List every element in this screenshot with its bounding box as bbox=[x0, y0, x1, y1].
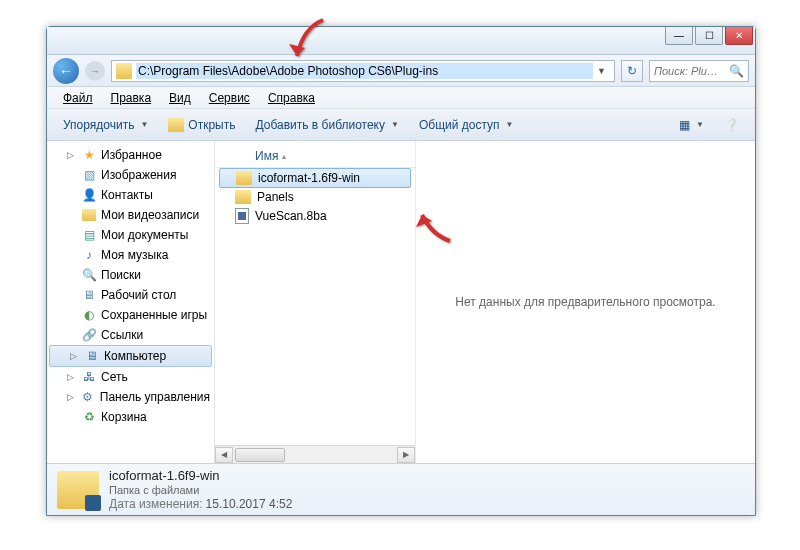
expand-icon[interactable]: ▷ bbox=[67, 372, 77, 382]
chevron-down-icon: ▼ bbox=[391, 120, 399, 129]
scrollbar-track[interactable] bbox=[233, 448, 397, 462]
minimize-button[interactable]: — bbox=[665, 27, 693, 45]
folder-icon bbox=[81, 207, 97, 223]
scroll-right-button[interactable]: ▶ bbox=[397, 447, 415, 463]
address-bar[interactable]: ▼ bbox=[111, 60, 615, 82]
file-name: icoformat-1.6f9-win bbox=[258, 171, 360, 185]
control-panel-icon: ⚙ bbox=[80, 389, 96, 405]
scroll-left-button[interactable]: ◀ bbox=[215, 447, 233, 463]
chevron-down-icon: ▼ bbox=[140, 120, 148, 129]
sidebar-item-saved-games[interactable]: ◐Сохраненные игры bbox=[47, 305, 214, 325]
menu-edit[interactable]: Правка bbox=[103, 89, 160, 107]
expand-icon[interactable]: ▷ bbox=[67, 392, 76, 402]
sidebar-label: Корзина bbox=[101, 410, 147, 424]
details-date: Дата изменения: 15.10.2017 4:52 bbox=[109, 497, 292, 511]
address-input[interactable] bbox=[136, 63, 593, 79]
sidebar-label: Избранное bbox=[101, 148, 162, 162]
address-dropdown[interactable]: ▼ bbox=[593, 66, 610, 76]
menu-tools[interactable]: Сервис bbox=[201, 89, 258, 107]
expand-icon[interactable]: ▷ bbox=[67, 150, 77, 160]
file-item-folder-selected[interactable]: icoformat-1.6f9-win bbox=[219, 168, 411, 188]
explorer-window: — ☐ ✕ ← → ▼ ↻ 🔍 Файл Правка Вид Сервис С… bbox=[46, 26, 756, 516]
recycle-icon: ♻ bbox=[81, 409, 97, 425]
sidebar-item-control-panel[interactable]: ▷⚙Панель управления bbox=[47, 387, 214, 407]
organize-button[interactable]: Упорядочить ▼ bbox=[55, 114, 156, 136]
sidebar-item-documents[interactable]: ▤Мои документы bbox=[47, 225, 214, 245]
sidebar-label: Мои документы bbox=[101, 228, 188, 242]
file-icon bbox=[235, 208, 249, 224]
share-button[interactable]: Общий доступ ▼ bbox=[411, 114, 522, 136]
column-header-name[interactable]: Имя ▴ bbox=[215, 145, 415, 168]
sidebar-item-network[interactable]: ▷🖧Сеть bbox=[47, 367, 214, 387]
file-item-document[interactable]: VueScan.8ba bbox=[215, 206, 415, 226]
menu-bar: Файл Правка Вид Сервис Справка bbox=[47, 87, 755, 109]
sidebar-label: Изображения bbox=[101, 168, 176, 182]
navigation-bar: ← → ▼ ↻ 🔍 bbox=[47, 55, 755, 87]
search-box[interactable]: 🔍 bbox=[649, 60, 749, 82]
view-options-button[interactable]: ▦▼ bbox=[671, 114, 712, 136]
close-button[interactable]: ✕ bbox=[725, 27, 753, 45]
file-item-folder[interactable]: Panels bbox=[215, 188, 415, 206]
sidebar-item-searches[interactable]: 🔍Поиски bbox=[47, 265, 214, 285]
column-label: Имя bbox=[255, 149, 278, 163]
file-name: Panels bbox=[257, 190, 294, 204]
sidebar-item-favorites[interactable]: ▷★Избранное bbox=[47, 145, 214, 165]
file-list[interactable]: Имя ▴ icoformat-1.6f9-win Panels VueScan… bbox=[215, 141, 415, 445]
sidebar-label: Поиски bbox=[101, 268, 141, 282]
sidebar-label: Панель управления bbox=[100, 390, 210, 404]
chevron-down-icon: ▼ bbox=[506, 120, 514, 129]
horizontal-scrollbar[interactable]: ◀ ▶ bbox=[215, 445, 415, 463]
games-icon: ◐ bbox=[81, 307, 97, 323]
sidebar-item-pictures[interactable]: ▧Изображения bbox=[47, 165, 214, 185]
network-icon: 🖧 bbox=[81, 369, 97, 385]
sidebar-label: Рабочий стол bbox=[101, 288, 176, 302]
sidebar-label: Моя музыка bbox=[101, 248, 168, 262]
search-input[interactable] bbox=[654, 65, 729, 77]
pictures-icon: ▧ bbox=[81, 167, 97, 183]
sidebar-label: Контакты bbox=[101, 188, 153, 202]
maximize-button[interactable]: ☐ bbox=[695, 27, 723, 45]
back-button[interactable]: ← bbox=[53, 58, 79, 84]
sidebar-label: Ссылки bbox=[101, 328, 143, 342]
sidebar-item-contacts[interactable]: 👤Контакты bbox=[47, 185, 214, 205]
sidebar-item-desktop[interactable]: 🖥Рабочий стол bbox=[47, 285, 214, 305]
search-icon: 🔍 bbox=[729, 64, 744, 78]
details-name: icoformat-1.6f9-win bbox=[109, 468, 292, 483]
open-label: Открыть bbox=[188, 118, 235, 132]
help-icon-button[interactable]: ❔ bbox=[716, 114, 747, 136]
sidebar-item-videos[interactable]: Мои видеозаписи bbox=[47, 205, 214, 225]
folder-open-icon bbox=[168, 118, 184, 132]
sidebar-item-links[interactable]: 🔗Ссылки bbox=[47, 325, 214, 345]
sidebar-item-music[interactable]: ♪Моя музыка bbox=[47, 245, 214, 265]
share-label: Общий доступ bbox=[419, 118, 500, 132]
sidebar-label: Сеть bbox=[101, 370, 128, 384]
desktop-icon: 🖥 bbox=[81, 287, 97, 303]
open-button[interactable]: Открыть bbox=[160, 114, 243, 136]
expand-icon[interactable]: ▷ bbox=[70, 351, 80, 361]
contacts-icon: 👤 bbox=[81, 187, 97, 203]
scrollbar-thumb[interactable] bbox=[235, 448, 285, 462]
links-icon: 🔗 bbox=[81, 327, 97, 343]
music-icon: ♪ bbox=[81, 247, 97, 263]
search-icon: 🔍 bbox=[81, 267, 97, 283]
file-name: VueScan.8ba bbox=[255, 209, 327, 223]
add-to-library-button[interactable]: Добавить в библиотеку ▼ bbox=[247, 114, 406, 136]
refresh-button[interactable]: ↻ bbox=[621, 60, 643, 82]
folder-icon bbox=[236, 171, 252, 185]
menu-file[interactable]: Файл bbox=[55, 89, 101, 107]
menu-help[interactable]: Справка bbox=[260, 89, 323, 107]
sidebar-item-recycle-bin[interactable]: ♻Корзина bbox=[47, 407, 214, 427]
navigation-pane[interactable]: ▷★Избранное ▧Изображения 👤Контакты Мои в… bbox=[47, 141, 215, 463]
addlib-label: Добавить в библиотеку bbox=[255, 118, 385, 132]
folder-icon bbox=[116, 63, 132, 79]
preview-pane: Нет данных для предварительного просмотр… bbox=[415, 141, 755, 463]
details-pane: icoformat-1.6f9-win Папка с файлами Дата… bbox=[47, 463, 755, 515]
menu-view[interactable]: Вид bbox=[161, 89, 199, 107]
documents-icon: ▤ bbox=[81, 227, 97, 243]
sort-indicator-icon: ▴ bbox=[282, 152, 286, 161]
folder-icon bbox=[235, 190, 251, 204]
sidebar-item-computer[interactable]: ▷🖥Компьютер bbox=[49, 345, 212, 367]
content-area: ▷★Избранное ▧Изображения 👤Контакты Мои в… bbox=[47, 141, 755, 463]
details-type: Папка с файлами bbox=[109, 484, 292, 496]
forward-button[interactable]: → bbox=[85, 61, 105, 81]
